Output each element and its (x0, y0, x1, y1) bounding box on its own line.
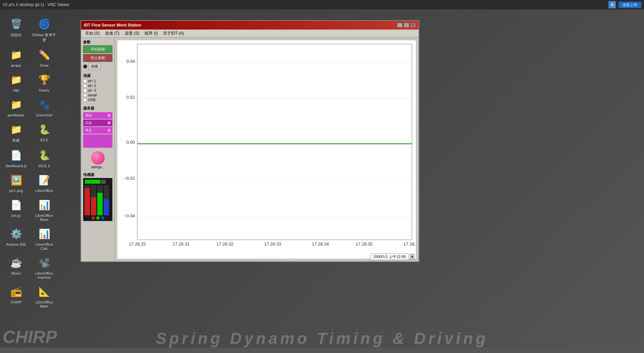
x-label-1728-32: 17.28.32 (216, 242, 233, 247)
desktop-icon-greenfoot[interactable]: 🐾 Greenfoot (31, 95, 58, 119)
desktop-icon-recycle[interactable]: 🗑️ 回收站 (3, 14, 30, 44)
desktop-icon-serpy[interactable]: 📄 ser.py (3, 195, 30, 223)
source-usb-radio[interactable] (83, 98, 87, 102)
sensor-bar-red1 (85, 185, 90, 215)
desktop-icon-airapp[interactable]: 📁 airapp (3, 45, 30, 69)
desktop-icon-http[interactable]: 📁 http (3, 70, 30, 94)
chirp-watermark-label: CHIRP (3, 327, 57, 347)
jianlilianjie-icon: 📁 (8, 96, 24, 113)
dashboard-label: dashboard.js (6, 164, 27, 168)
desktop-icon-libreoffice-impress[interactable]: 📽️ LibreOffice Impress (31, 253, 58, 281)
source-id3-checkbox[interactable] (83, 89, 87, 92)
idle-label: IDLE (40, 138, 48, 142)
vnc-status-bar: 2000/1/1 上午12:00 ▼ (371, 254, 415, 260)
watermark-text: Spring Dynamo Timing & Driving (0, 329, 644, 348)
settings-button[interactable] (91, 151, 105, 165)
source-id3-label: id= 3 (88, 88, 96, 92)
arduino-icon: ⚙️ (8, 226, 24, 242)
source-id1-label: id= 1 (88, 79, 96, 83)
vnc-menu-bar: 开始 (S) 选项 (T) 设置 (S) 程序 (I) 关于IDT (A) (81, 30, 419, 38)
source-id2-checkbox[interactable] (83, 84, 87, 88)
menu-options[interactable]: 选项 (T) (102, 30, 122, 37)
geany-label: Geany (39, 88, 50, 92)
y-label-000: 0.00 (126, 140, 135, 145)
desktop-icons-container: 🗑️ 回收站 🌀 Debian 参考手册 📁 airapp ✏️ Draw 📁 … (0, 12, 77, 312)
desktop-icon-jianlilianjie[interactable]: 📁 jianlilianjie (3, 95, 30, 119)
debian-icon: 🌀 (36, 16, 52, 32)
sensor-bar-green1-fill (97, 193, 103, 216)
sensor-green-bar (85, 180, 100, 184)
sensor-bar-green1 (97, 185, 103, 215)
idle3-icon: 🐍 (36, 147, 52, 163)
status-arrow-button[interactable]: ▼ (410, 254, 415, 260)
http-label: http (13, 88, 19, 92)
source-serial-label: serial (88, 93, 97, 97)
source-title: 信源 (83, 73, 112, 78)
serpy-label: ser.py (11, 214, 21, 218)
x-label-1728-36: 17.28.36 (404, 242, 416, 247)
pic1-icon: 🖼️ (8, 172, 24, 188)
desktop-icon-arduino[interactable]: ⚙️ Arduino IDE (3, 224, 30, 252)
source-id2-label: id= 2 (88, 84, 96, 88)
server-log-button[interactable]: 日志 (83, 120, 112, 126)
start-refresh-button[interactable]: 开始刷新 (83, 45, 112, 53)
desktop-icon-geany[interactable]: 🏆 Geany (31, 70, 58, 94)
server-status-button[interactable]: 状态 (83, 127, 112, 134)
sensor-bar-red2 (91, 185, 96, 215)
menu-settings[interactable]: 设置 (S) (122, 30, 142, 37)
settings-area: setings... (83, 151, 112, 169)
desktop-icon-libreoffice-base[interactable]: 📊 LibreOffice Base (31, 195, 58, 223)
desktop-icon-chirp[interactable]: 📻 CHIRP (3, 282, 30, 310)
idle-icon: 🐍 (36, 121, 52, 137)
server-log-indicator (108, 122, 110, 124)
desktop-icon-idle[interactable]: 🐍 IDLE (31, 120, 58, 144)
vnc-close-button[interactable]: ✕ (411, 23, 416, 28)
desktop-icon-draw[interactable]: ✏️ Draw (31, 45, 58, 69)
draw-label: Draw (40, 63, 49, 68)
connect-button[interactable]: 连接 (89, 63, 101, 70)
chart-container: 0.04 0.02 0.00 −0.02 −0.04 17.28.25 17 (117, 40, 416, 259)
source-id3-row: id= 3 (83, 88, 112, 92)
taskbar: V2 pi's X desktop (pi:1) - VNC Viewer 🖥 … (0, 0, 644, 9)
sensor-bar-indicator (101, 180, 106, 184)
y-label-002: 0.02 (126, 95, 135, 100)
vnc-icon[interactable]: 🖥 (608, 1, 616, 8)
source-serial-radio[interactable] (83, 93, 87, 97)
menu-about[interactable]: 关于IDT (A) (160, 30, 186, 37)
server-system-button[interactable]: 系统 (83, 112, 112, 119)
desktop-icon-dashboard[interactable]: 📄 dashboard.js (3, 146, 30, 169)
legend-red-dot (92, 216, 95, 220)
left-control-panel: 参数 开始刷新 停止刷新 连接 信源 id= 1 (81, 38, 115, 261)
menu-start[interactable]: 开始 (S) (83, 30, 102, 37)
desktop-icon-bluej[interactable]: ☕ BlueJ (3, 253, 30, 281)
recycle-icon: 🗑️ (8, 16, 24, 32)
stop-refresh-button[interactable]: 停止刷新 (83, 54, 112, 62)
taskbar-app-icons: 🖥 (608, 1, 616, 8)
airapp-label: airapp (11, 63, 21, 68)
libreoffice-calc-icon: 📊 (36, 226, 52, 242)
desktop-icon-idle3[interactable]: 🐍 IDLE 3 (31, 146, 58, 169)
libreoffice-impress-label: LibreOffice Impress (32, 271, 56, 279)
bluej-icon: ☕ (8, 255, 24, 271)
xingjian-icon: 📁 (8, 121, 24, 137)
sensor-section: 传感器 (83, 172, 112, 221)
server-log-label: 日志 (85, 121, 92, 125)
vnc-minimize-button[interactable]: _ (397, 23, 402, 28)
server-buttons: 系统 日志 状态 (83, 112, 112, 148)
browser-scrollbar[interactable] (0, 348, 644, 353)
legend-blue-dot (101, 216, 104, 220)
connect-upload-button[interactable]: 连接上传 (619, 2, 641, 8)
server-status-label: 状态 (85, 128, 92, 133)
bluej-label: BlueJ (11, 271, 21, 275)
desktop-icon-xingjian[interactable]: 📁 新建 (3, 120, 30, 144)
menu-program[interactable]: 程序 (I) (142, 30, 160, 37)
desktop-icon-pic1[interactable]: 🖼️ pic1.png (3, 171, 30, 194)
desktop-icon-libreoffice[interactable]: 📝 LibreOffice (31, 171, 58, 194)
desktop-icon-libreoffice-calc[interactable]: 📊 LibreOffice Calc (31, 224, 58, 252)
desktop-icon-libreoffice-math[interactable]: 📐 LibreOffice Math (31, 282, 58, 310)
source-section: 信源 id= 1 id= 2 id= 3 se (83, 73, 112, 102)
vnc-maximize-button[interactable]: □ (404, 23, 409, 28)
vnc-main-content: 参数 开始刷新 停止刷新 连接 信源 id= 1 (81, 38, 419, 261)
desktop-icon-debian[interactable]: 🌀 Debian 参考手册 (31, 14, 58, 44)
source-id1-checkbox[interactable] (83, 79, 87, 83)
